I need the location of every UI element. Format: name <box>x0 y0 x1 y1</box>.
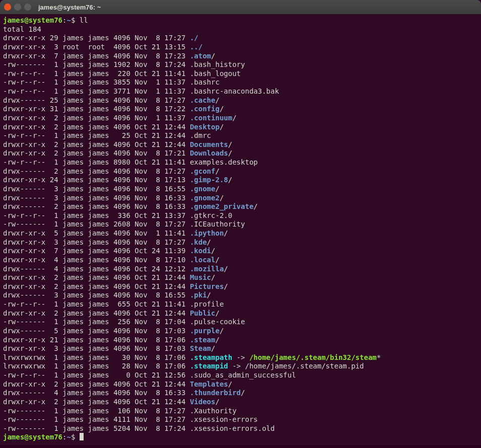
file-name: ./ <box>190 34 198 42</box>
file-name: .thunderbird <box>190 389 241 397</box>
list-item: -rw-r--r-- 1 james james 25 Oct 21 12:44… <box>3 131 478 140</box>
file-name: .local <box>190 256 216 264</box>
file-name: .xsession-errors.old <box>190 424 275 432</box>
terminal-window: james@system76: ~ james@system76:~$ llto… <box>0 0 481 448</box>
list-item: drwxr-xr-x 7 james james 4096 Oct 24 11:… <box>3 247 478 256</box>
list-item: -rw-r--r-- 1 james james 3771 Nov 1 11:3… <box>3 87 478 96</box>
file-name: .steampath <box>190 353 232 361</box>
file-name: .config <box>190 105 220 113</box>
titlebar[interactable]: james@system76: ~ <box>0 0 481 14</box>
prompt-path: ~ <box>66 433 71 441</box>
prompt: james@system76:~$ <box>3 433 80 441</box>
file-name: ../ <box>190 43 202 51</box>
prompt: james@system76:~$ <box>3 16 80 24</box>
file-name: .steam <box>190 336 216 344</box>
file-name: .Xauthority <box>190 407 237 415</box>
list-item: drwx------ 3 james james 4096 Nov 8 16:5… <box>3 291 478 300</box>
list-item: drwxr-xr-x 2 james james 4096 Oct 21 12:… <box>3 398 478 407</box>
prompt-path: ~ <box>66 16 71 24</box>
list-item: drwxr-xr-x 31 james james 4096 Nov 8 17:… <box>3 105 478 114</box>
file-name: .cache <box>190 96 216 104</box>
list-item: drwxr-xr-x 3 james james 4096 Nov 8 17:0… <box>3 344 478 353</box>
list-item: -rw------- 1 james james 256 Nov 8 17:04… <box>3 318 478 327</box>
list-item: drwxr-xr-x 2 james james 4096 Oct 21 12:… <box>3 309 478 318</box>
bottom-border <box>0 445 481 448</box>
file-name: .bashrc <box>190 78 220 86</box>
file-name: .gnome <box>190 185 216 193</box>
file-name: Music <box>190 273 211 281</box>
window-title: james@system76: ~ <box>38 4 101 11</box>
list-item: -rw-r--r-- 1 james james 0 Oct 21 12:56 … <box>3 371 478 380</box>
file-name: Steam <box>190 344 211 352</box>
file-name: .sudo_as_admin_successful <box>190 371 296 379</box>
file-name: .atom <box>190 52 211 60</box>
list-item: drwxr-xr-x 24 james james 4096 Nov 8 17:… <box>3 176 478 185</box>
close-icon[interactable] <box>4 4 11 11</box>
list-item: -rw------- 1 james james 106 Nov 8 17:27… <box>3 407 478 416</box>
prompt-user: james@system76 <box>3 433 62 441</box>
list-item: drwx------ 5 james james 4096 Nov 8 17:0… <box>3 327 478 336</box>
list-item: drwxr-xr-x 2 james james 4096 Oct 21 12:… <box>3 140 478 150</box>
file-name: Templates <box>190 380 228 388</box>
list-item: drwxr-xr-x 7 james james 4096 Nov 8 17:2… <box>3 52 478 61</box>
file-name: .mozilla <box>190 265 224 273</box>
prompt-symbol: $ <box>71 433 80 441</box>
file-name: .gtkrc-2.0 <box>190 211 232 219</box>
file-name: .ICEauthority <box>190 220 245 228</box>
prompt-user: james@system76 <box>3 16 62 24</box>
list-item: drwxr-xr-x 3 james james 4096 Nov 8 17:2… <box>3 238 478 247</box>
list-item: drwxr-xr-x 29 james james 4096 Nov 8 17:… <box>3 34 478 43</box>
list-item: drwxr-xr-x 2 james james 4096 Nov 1 11:3… <box>3 114 478 123</box>
list-item: -rw-r--r-- 1 james james 655 Oct 21 11:4… <box>3 300 478 309</box>
list-item: -rw-r--r-- 1 james james 3855 Nov 1 11:3… <box>3 78 478 87</box>
file-name: Pictures <box>190 282 224 290</box>
list-item: drwxr-xr-x 2 james james 4096 Oct 21 12:… <box>3 273 478 282</box>
list-item: drwx------ 4 james james 4096 Oct 24 12:… <box>3 265 478 274</box>
file-name: .xsession-errors <box>190 415 258 423</box>
file-name: .bash_logout <box>190 69 241 78</box>
file-name: .gnome2_private <box>190 202 253 210</box>
list-item: drwx------ 2 james james 4096 Nov 8 16:3… <box>3 202 478 211</box>
list-item: drwx------ 25 james james 4096 Nov 8 17:… <box>3 96 478 105</box>
list-item: drwxr-xr-x 21 james james 4096 Nov 8 17:… <box>3 336 478 345</box>
file-name: .bashrc-anaconda3.bak <box>190 87 279 95</box>
list-item: -rw------- 1 james james 2608 Nov 8 17:2… <box>3 220 478 229</box>
list-item: drwx------ 2 james james 4096 Nov 8 17:2… <box>3 167 478 176</box>
list-item: drwxr-xr-x 2 james james 4096 Oct 21 12:… <box>3 380 478 389</box>
file-name: Downloads <box>190 149 228 157</box>
list-item: -rw------- 1 james james 5204 Nov 8 17:2… <box>3 424 478 433</box>
cursor[interactable] <box>80 433 84 440</box>
file-name: .bash_history <box>190 60 245 68</box>
file-name: .ipython <box>190 229 224 237</box>
file-name: .profile <box>190 300 224 308</box>
list-item: drwxr-xr-x 2 james james 4096 Nov 8 17:2… <box>3 149 478 158</box>
file-name: .pulse-cookie <box>190 318 245 326</box>
list-item: drwxr-xr-x 5 james james 4096 Nov 1 11:4… <box>3 229 478 238</box>
minimize-icon[interactable] <box>14 4 21 11</box>
list-item: drwx------ 4 james james 4096 Nov 8 16:3… <box>3 389 478 398</box>
prompt-symbol: $ <box>71 16 80 24</box>
command-text: ll <box>80 16 88 24</box>
list-item: drwxr-xr-x 2 james james 4096 Oct 21 12:… <box>3 123 478 132</box>
total-line: total 184 <box>3 25 478 34</box>
list-item: -rw------- 1 james james 4111 Nov 8 17:2… <box>3 415 478 424</box>
file-name: .steampid <box>190 362 228 370</box>
list-item: drwx------ 3 james james 4096 Nov 8 16:3… <box>3 194 478 203</box>
list-item: lrwxrwxrwx 1 james james 30 Nov 8 17:06 … <box>3 353 478 362</box>
file-name: .kodi <box>190 247 211 255</box>
file-name: .continuum <box>190 114 232 122</box>
terminal-output[interactable]: james@system76:~$ lltotal 184drwxr-xr-x … <box>0 14 481 445</box>
link-target: /home/james/.steam/bin32/steam <box>249 353 377 361</box>
list-item: drwx------ 3 james james 4096 Nov 8 16:5… <box>3 185 478 194</box>
list-item: drwxr-xr-x 3 root root 4096 Oct 21 13:15… <box>3 43 478 52</box>
file-name: Desktop <box>190 123 220 131</box>
maximize-icon[interactable] <box>24 4 31 11</box>
list-item: drwxr-xr-x 4 james james 4096 Nov 8 17:1… <box>3 256 478 265</box>
file-name: .pki <box>190 291 207 299</box>
list-item: drwxr-xr-x 2 james james 4096 Oct 21 12:… <box>3 282 478 291</box>
window-buttons <box>4 4 31 11</box>
file-name: Public <box>190 309 216 317</box>
file-name: .dmrc <box>190 131 211 139</box>
file-name: .gconf <box>190 167 216 175</box>
file-name: .kde <box>190 238 207 246</box>
